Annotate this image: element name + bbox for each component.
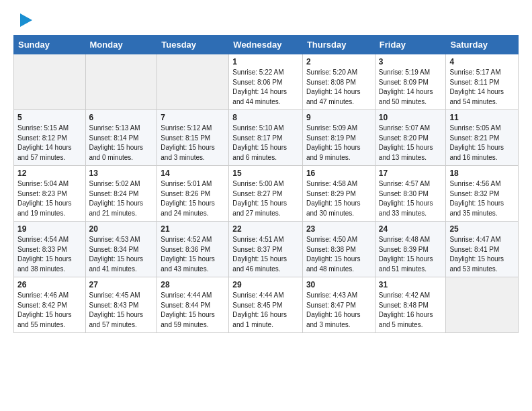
weekday-header: Thursday <box>302 36 375 54</box>
calendar-cell: 26Sunrise: 4:46 AM Sunset: 8:42 PM Dayli… <box>14 277 86 333</box>
calendar-cell: 24Sunrise: 4:48 AM Sunset: 8:39 PM Dayli… <box>375 222 446 277</box>
calendar-cell: 16Sunrise: 4:58 AM Sunset: 8:29 PM Dayli… <box>302 166 375 222</box>
calendar-cell: 20Sunrise: 4:53 AM Sunset: 8:34 PM Dayli… <box>85 222 157 277</box>
day-number: 1 <box>232 57 299 66</box>
cell-content: Sunrise: 4:53 AM Sunset: 8:34 PM Dayligh… <box>89 235 154 274</box>
calendar-cell: 3Sunrise: 5:19 AM Sunset: 8:09 PM Daylig… <box>375 54 446 110</box>
cell-content: Sunrise: 4:44 AM Sunset: 8:45 PM Dayligh… <box>232 291 299 330</box>
calendar-cell: 10Sunrise: 5:07 AM Sunset: 8:20 PM Dayli… <box>375 110 446 166</box>
calendar-cell: 23Sunrise: 4:50 AM Sunset: 8:38 PM Dayli… <box>302 222 375 277</box>
cell-content: Sunrise: 4:44 AM Sunset: 8:44 PM Dayligh… <box>161 291 225 330</box>
weekday-header: Sunday <box>14 36 86 54</box>
cell-content: Sunrise: 5:15 AM Sunset: 8:12 PM Dayligh… <box>17 124 82 163</box>
day-number: 20 <box>89 224 154 234</box>
svg-marker-0 <box>20 13 32 27</box>
day-number: 21 <box>161 224 225 234</box>
calendar-cell: 17Sunrise: 4:57 AM Sunset: 8:30 PM Dayli… <box>375 166 446 222</box>
calendar-cell: 25Sunrise: 4:47 AM Sunset: 8:41 PM Dayli… <box>446 222 519 277</box>
cell-content: Sunrise: 5:04 AM Sunset: 8:23 PM Dayligh… <box>17 179 82 218</box>
cell-content: Sunrise: 5:13 AM Sunset: 8:14 PM Dayligh… <box>89 124 154 163</box>
calendar-cell <box>85 54 157 110</box>
calendar-table: SundayMondayTuesdayWednesdayThursdayFrid… <box>13 35 519 333</box>
calendar-week-row: 19Sunrise: 4:54 AM Sunset: 8:33 PM Dayli… <box>14 222 519 277</box>
day-number: 24 <box>379 224 443 234</box>
calendar-cell: 21Sunrise: 4:52 AM Sunset: 8:36 PM Dayli… <box>157 222 229 277</box>
calendar-cell: 19Sunrise: 4:54 AM Sunset: 8:33 PM Dayli… <box>14 222 86 277</box>
day-number: 2 <box>306 57 371 66</box>
day-number: 17 <box>379 169 443 178</box>
cell-content: Sunrise: 5:01 AM Sunset: 8:26 PM Dayligh… <box>161 179 225 218</box>
calendar-cell: 12Sunrise: 5:04 AM Sunset: 8:23 PM Dayli… <box>14 166 86 222</box>
calendar-cell: 13Sunrise: 5:02 AM Sunset: 8:24 PM Dayli… <box>85 166 157 222</box>
weekday-header: Monday <box>85 36 157 54</box>
calendar-cell: 7Sunrise: 5:12 AM Sunset: 8:15 PM Daylig… <box>157 110 229 166</box>
calendar-cell <box>157 54 229 110</box>
day-number: 23 <box>306 224 371 234</box>
calendar-week-row: 5Sunrise: 5:15 AM Sunset: 8:12 PM Daylig… <box>14 110 519 166</box>
cell-content: Sunrise: 5:22 AM Sunset: 8:06 PM Dayligh… <box>232 68 299 107</box>
calendar-cell: 14Sunrise: 5:01 AM Sunset: 8:26 PM Dayli… <box>157 166 229 222</box>
day-number: 3 <box>379 57 443 66</box>
cell-content: Sunrise: 5:20 AM Sunset: 8:08 PM Dayligh… <box>306 68 371 107</box>
day-number: 31 <box>379 280 443 289</box>
day-number: 10 <box>379 113 443 122</box>
calendar-week-row: 1Sunrise: 5:22 AM Sunset: 8:06 PM Daylig… <box>14 54 519 110</box>
cell-content: Sunrise: 4:42 AM Sunset: 8:48 PM Dayligh… <box>379 291 443 330</box>
cell-content: Sunrise: 4:52 AM Sunset: 8:36 PM Dayligh… <box>161 235 225 274</box>
cell-content: Sunrise: 5:00 AM Sunset: 8:27 PM Dayligh… <box>232 179 299 218</box>
day-number: 18 <box>449 169 515 178</box>
page: SundayMondayTuesdayWednesdayThursdayFrid… <box>0 0 532 344</box>
calendar-cell: 11Sunrise: 5:05 AM Sunset: 8:21 PM Dayli… <box>446 110 519 166</box>
day-number: 12 <box>17 169 82 178</box>
day-number: 16 <box>306 169 371 178</box>
calendar-cell: 27Sunrise: 4:45 AM Sunset: 8:43 PM Dayli… <box>85 277 157 333</box>
cell-content: Sunrise: 5:19 AM Sunset: 8:09 PM Dayligh… <box>379 68 443 107</box>
cell-content: Sunrise: 4:58 AM Sunset: 8:29 PM Dayligh… <box>306 179 371 218</box>
day-number: 13 <box>89 169 154 178</box>
day-number: 22 <box>232 224 299 234</box>
weekday-header: Tuesday <box>157 36 229 54</box>
calendar-cell: 29Sunrise: 4:44 AM Sunset: 8:45 PM Dayli… <box>229 277 303 333</box>
calendar-cell: 2Sunrise: 5:20 AM Sunset: 8:08 PM Daylig… <box>302 54 375 110</box>
logo-icon <box>15 11 34 30</box>
weekday-header: Saturday <box>446 36 519 54</box>
header <box>13 11 519 30</box>
cell-content: Sunrise: 5:02 AM Sunset: 8:24 PM Dayligh… <box>89 179 154 218</box>
cell-content: Sunrise: 5:10 AM Sunset: 8:17 PM Dayligh… <box>232 124 299 163</box>
day-number: 6 <box>89 113 154 122</box>
calendar-cell: 9Sunrise: 5:09 AM Sunset: 8:19 PM Daylig… <box>302 110 375 166</box>
calendar-week-row: 12Sunrise: 5:04 AM Sunset: 8:23 PM Dayli… <box>14 166 519 222</box>
day-number: 5 <box>17 113 82 122</box>
calendar-cell: 30Sunrise: 4:43 AM Sunset: 8:47 PM Dayli… <box>302 277 375 333</box>
day-number: 30 <box>306 280 371 289</box>
weekday-header: Friday <box>375 36 446 54</box>
cell-content: Sunrise: 5:12 AM Sunset: 8:15 PM Dayligh… <box>161 124 225 163</box>
day-number: 15 <box>232 169 299 178</box>
day-number: 19 <box>17 224 82 234</box>
cell-content: Sunrise: 5:09 AM Sunset: 8:19 PM Dayligh… <box>306 124 371 163</box>
cell-content: Sunrise: 5:17 AM Sunset: 8:11 PM Dayligh… <box>449 68 515 107</box>
calendar-cell: 15Sunrise: 5:00 AM Sunset: 8:27 PM Dayli… <box>229 166 303 222</box>
day-number: 11 <box>449 113 515 122</box>
day-number: 25 <box>449 224 515 234</box>
cell-content: Sunrise: 5:05 AM Sunset: 8:21 PM Dayligh… <box>449 124 515 163</box>
day-number: 28 <box>161 280 225 289</box>
day-number: 27 <box>89 280 154 289</box>
calendar-cell: 31Sunrise: 4:42 AM Sunset: 8:48 PM Dayli… <box>375 277 446 333</box>
day-number: 9 <box>306 113 371 122</box>
cell-content: Sunrise: 4:51 AM Sunset: 8:37 PM Dayligh… <box>232 235 299 274</box>
cell-content: Sunrise: 4:50 AM Sunset: 8:38 PM Dayligh… <box>306 235 371 274</box>
cell-content: Sunrise: 4:56 AM Sunset: 8:32 PM Dayligh… <box>449 179 515 218</box>
weekday-header: Wednesday <box>229 36 303 54</box>
cell-content: Sunrise: 4:57 AM Sunset: 8:30 PM Dayligh… <box>379 179 443 218</box>
calendar-cell: 1Sunrise: 5:22 AM Sunset: 8:06 PM Daylig… <box>229 54 303 110</box>
day-number: 7 <box>161 113 225 122</box>
calendar-cell <box>14 54 86 110</box>
cell-content: Sunrise: 4:46 AM Sunset: 8:42 PM Dayligh… <box>17 291 82 330</box>
cell-content: Sunrise: 5:07 AM Sunset: 8:20 PM Dayligh… <box>379 124 443 163</box>
day-number: 8 <box>232 113 299 122</box>
cell-content: Sunrise: 4:48 AM Sunset: 8:39 PM Dayligh… <box>379 235 443 274</box>
calendar-header-row: SundayMondayTuesdayWednesdayThursdayFrid… <box>14 36 519 54</box>
cell-content: Sunrise: 4:54 AM Sunset: 8:33 PM Dayligh… <box>17 235 82 274</box>
logo <box>13 11 34 30</box>
